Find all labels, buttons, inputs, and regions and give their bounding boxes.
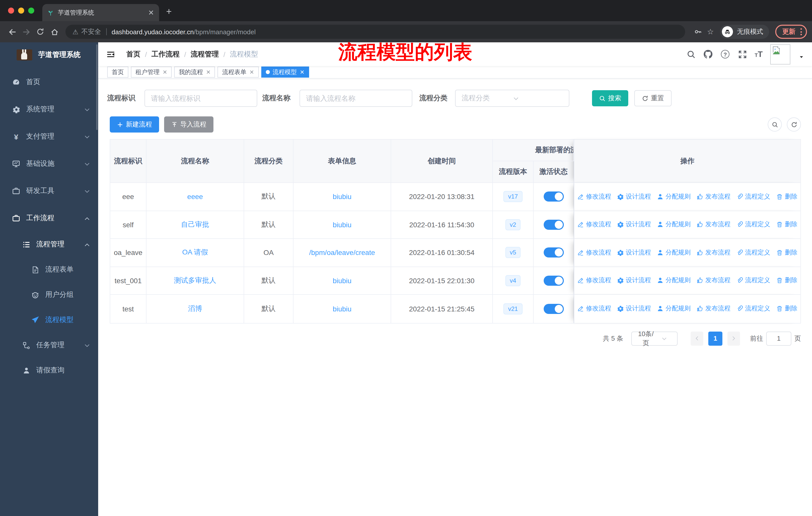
sidebar-item-leave-query[interactable]: 请假查询 <box>0 358 98 383</box>
sidebar-scrollbar[interactable] <box>96 44 98 130</box>
close-icon[interactable]: ✕ <box>206 69 210 75</box>
active-toggle[interactable] <box>544 220 563 230</box>
tag-process-form[interactable]: 流程表单✕ <box>218 66 259 78</box>
modify-process-link[interactable]: 修改流程 <box>577 248 611 257</box>
minimize-window-button[interactable] <box>18 7 24 13</box>
version-badge[interactable]: v2 <box>505 219 521 230</box>
close-icon[interactable]: ✕ <box>163 69 167 75</box>
design-process-link[interactable]: 设计流程 <box>617 305 651 313</box>
modify-process-link[interactable]: 修改流程 <box>577 276 611 285</box>
sidebar-item-workflow[interactable]: 工作流程 <box>0 205 98 232</box>
design-process-link[interactable]: 设计流程 <box>617 192 651 201</box>
fullscreen-icon[interactable] <box>737 49 747 59</box>
breadcrumb-workflow[interactable]: 工作流程 <box>151 50 180 59</box>
form-info-link[interactable]: biubiu <box>333 221 352 229</box>
process-name-link[interactable]: OA 请假 <box>182 248 208 257</box>
bookmark-star-icon[interactable]: ☆ <box>707 27 714 36</box>
reload-button[interactable] <box>33 25 47 39</box>
process-definition-link[interactable]: 流程定义 <box>736 192 770 201</box>
publish-process-link[interactable]: 发布流程 <box>697 220 730 229</box>
font-size-icon[interactable]: TT <box>755 51 763 58</box>
design-process-link[interactable]: 设计流程 <box>617 248 651 257</box>
import-process-button[interactable]: 导入流程 <box>164 116 213 133</box>
sidebar-item-infra[interactable]: 基础设施 <box>0 150 98 178</box>
sidebar-item-home[interactable]: 首页 <box>0 69 98 96</box>
sidebar-item-process-form[interactable]: 流程表单 <box>0 257 98 282</box>
prev-page-button[interactable] <box>691 331 703 346</box>
process-name-link[interactable]: 滔博 <box>188 304 202 314</box>
active-toggle[interactable] <box>544 276 563 286</box>
delete-link[interactable]: 删除 <box>776 220 798 229</box>
help-icon[interactable]: ? <box>720 49 730 59</box>
tag-my-process[interactable]: 我的流程✕ <box>174 66 215 78</box>
delete-link[interactable]: 删除 <box>776 248 798 257</box>
avatar[interactable] <box>770 44 790 64</box>
next-page-button[interactable] <box>727 331 740 346</box>
assign-rule-link[interactable]: 分配规则 <box>657 220 691 229</box>
zoom-window-button[interactable] <box>28 7 34 13</box>
sidebar-item-process-mgmt[interactable]: 流程管理 <box>0 232 98 257</box>
active-toggle[interactable] <box>544 248 563 258</box>
home-button[interactable] <box>47 25 61 39</box>
goto-page-input[interactable] <box>766 331 791 346</box>
breadcrumb-process-mgmt[interactable]: 流程管理 <box>191 50 219 59</box>
github-icon[interactable] <box>703 49 713 59</box>
assign-rule-link[interactable]: 分配规则 <box>657 305 691 313</box>
sidebar-item-payment[interactable]: ¥ 支付管理 <box>0 123 98 150</box>
publish-process-link[interactable]: 发布流程 <box>697 192 730 201</box>
process-name-link[interactable]: 自己审批 <box>181 220 209 229</box>
category-select[interactable]: 流程分类 <box>455 90 569 107</box>
back-button[interactable] <box>5 25 19 39</box>
design-process-link[interactable]: 设计流程 <box>617 276 651 285</box>
search-button[interactable]: 搜索 <box>592 90 628 106</box>
process-name-input[interactable] <box>299 90 412 107</box>
process-definition-link[interactable]: 流程定义 <box>736 220 770 229</box>
sidebar-item-process-model[interactable]: 流程模型 <box>0 307 98 332</box>
modify-process-link[interactable]: 修改流程 <box>577 192 611 201</box>
password-key-icon[interactable] <box>694 28 702 36</box>
form-info-link[interactable]: biubiu <box>333 305 352 313</box>
tab-close-icon[interactable]: ✕ <box>148 8 154 17</box>
create-process-button[interactable]: 新建流程 <box>110 116 159 133</box>
tag-tenant[interactable]: 租户管理✕ <box>131 66 172 78</box>
address-bar[interactable]: ⚠ 不安全 dashboard.yudao.iocoder.cn /bpm/ma… <box>65 25 685 39</box>
browser-update-button[interactable]: 更新 <box>775 25 807 39</box>
page-number-current[interactable]: 1 <box>708 331 722 346</box>
publish-process-link[interactable]: 发布流程 <box>697 305 730 313</box>
sidebar-item-task-mgmt[interactable]: 任务管理 <box>0 332 98 358</box>
close-window-button[interactable] <box>8 7 14 13</box>
new-tab-button[interactable]: + <box>166 6 172 17</box>
page-size-select[interactable]: 10条/页 <box>631 331 677 346</box>
tag-home[interactable]: 首页 <box>107 66 128 78</box>
sidebar-item-devtools[interactable]: 研发工具 <box>0 178 98 205</box>
version-badge[interactable]: v21 <box>504 303 523 315</box>
browser-tab[interactable]: 芋道管理系统 ✕ <box>42 4 159 21</box>
process-definition-link[interactable]: 流程定义 <box>736 305 770 313</box>
delete-link[interactable]: 删除 <box>776 276 798 285</box>
version-badge[interactable]: v5 <box>505 247 521 258</box>
delete-link[interactable]: 删除 <box>776 305 798 313</box>
show-search-button[interactable] <box>768 117 782 132</box>
forward-button[interactable] <box>19 25 33 39</box>
process-id-input[interactable] <box>144 90 257 107</box>
refresh-table-button[interactable] <box>787 117 801 132</box>
breadcrumb-home[interactable]: 首页 <box>126 50 141 59</box>
publish-process-link[interactable]: 发布流程 <box>697 248 730 257</box>
close-icon[interactable]: ✕ <box>300 69 304 75</box>
reset-button[interactable]: 重置 <box>634 90 671 106</box>
process-definition-link[interactable]: 流程定义 <box>736 248 770 257</box>
active-toggle[interactable] <box>544 192 563 202</box>
assign-rule-link[interactable]: 分配规则 <box>657 276 691 285</box>
form-info-link[interactable]: biubiu <box>333 193 352 201</box>
modify-process-link[interactable]: 修改流程 <box>577 220 611 229</box>
search-icon[interactable] <box>686 49 696 59</box>
form-info-link[interactable]: biubiu <box>333 277 352 285</box>
modify-process-link[interactable]: 修改流程 <box>577 305 611 313</box>
browser-menu-icon[interactable] <box>801 28 802 35</box>
active-toggle[interactable] <box>544 304 563 314</box>
process-name-link[interactable]: eeee <box>187 193 203 201</box>
sidebar-fold-icon[interactable] <box>106 50 115 58</box>
assign-rule-link[interactable]: 分配规则 <box>657 248 691 257</box>
delete-link[interactable]: 删除 <box>776 192 798 201</box>
version-badge[interactable]: v17 <box>504 191 523 202</box>
